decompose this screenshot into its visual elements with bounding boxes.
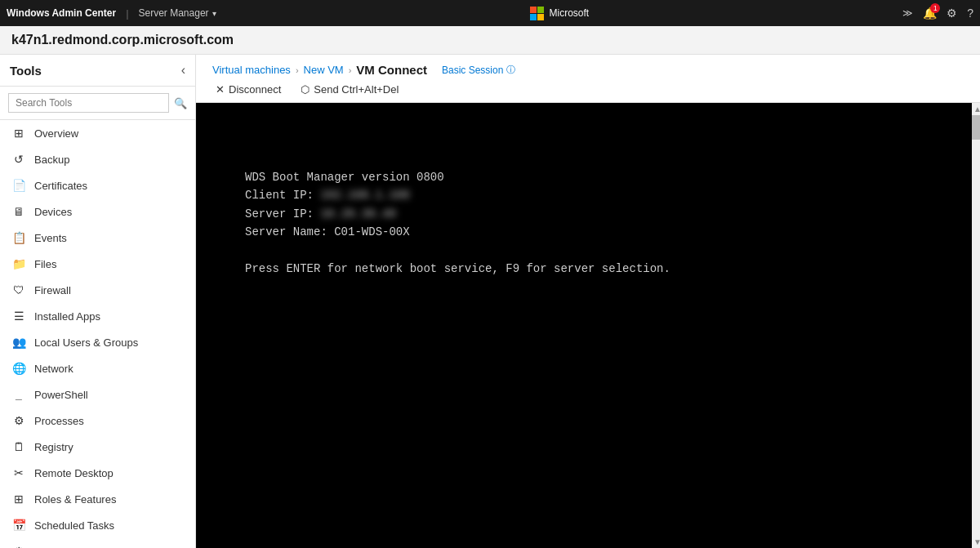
powershell-icon: _ [11, 387, 26, 402]
overview-icon: ⊞ [11, 126, 26, 140]
console-line-3: Server IP: 10.20.30.40 [245, 205, 670, 223]
services-icon: ⚙ [11, 544, 26, 548]
breadcrumb-current: VM Connect [356, 63, 427, 77]
sidebar-item-events[interactable]: 📋 Events [0, 225, 195, 251]
page-header: Virtual machines › New VM › VM Connect B… [196, 55, 980, 103]
sidebar-item-backup[interactable]: ↺ Backup [0, 146, 195, 172]
server-manager-label: Server Manager [139, 7, 209, 19]
local-users-icon: 👥 [11, 335, 26, 350]
vm-console-area[interactable]: WDS Boot Manager version 0800 Client IP:… [196, 103, 972, 548]
sidebar-item-overview[interactable]: ⊞ Overview [0, 120, 195, 146]
ms-logo-text: Microsoft [550, 7, 590, 19]
sidebar-item-registry[interactable]: 🗒 Registry [0, 434, 195, 460]
sidebar-item-services[interactable]: ⚙ Services [0, 538, 195, 548]
server-manager-menu[interactable]: Server Manager ▾ [139, 7, 216, 19]
sidebar-item-label: Certificates [34, 180, 87, 192]
expand-icon[interactable]: ≫ [902, 7, 913, 19]
backup-icon: ↺ [11, 152, 26, 167]
console-line-2: Client IP: 192.168.1.100 [245, 186, 670, 204]
top-bar-center: Microsoft [216, 7, 903, 20]
sidebar-item-certificates[interactable]: 📄 Certificates [0, 172, 195, 198]
scrollbar-down[interactable]: ▼ [972, 536, 980, 548]
sidebar-item-label: Network [34, 363, 74, 375]
console-line-6: Press ENTER for network boot service, F9… [245, 260, 670, 278]
sidebar: Tools ‹ 🔍 ⊞ Overview ↺ Backup 📄 Certific… [0, 55, 196, 548]
sidebar-item-label: Events [34, 232, 67, 244]
breadcrumb-arrow-2: › [349, 65, 352, 75]
server-ip-label: Server IP: [245, 207, 314, 221]
sidebar-item-powershell[interactable]: _ PowerShell [0, 381, 195, 408]
client-ip-label: Client IP: [245, 189, 314, 202]
sidebar-item-files[interactable]: 📁 Files [0, 251, 195, 277]
breadcrumb-virtual-machines[interactable]: Virtual machines [212, 64, 291, 76]
main-content: Virtual machines › New VM › VM Connect B… [196, 55, 980, 548]
send-ctrl-alt-del-button[interactable]: ⬡ Send Ctrl+Alt+Del [297, 82, 402, 97]
sidebar-item-roles-features[interactable]: ⊞ Roles & Features [0, 486, 195, 512]
ms-logo-blue [530, 14, 537, 20]
remote-desktop-icon: ✂ [11, 466, 26, 480]
ms-logo-grid [530, 7, 544, 20]
scrollbar-track [972, 115, 980, 536]
certificates-icon: 📄 [11, 178, 26, 193]
console-line-4: Server Name: C01-WDS-00X [245, 223, 670, 241]
sidebar-item-label: Local Users & Groups [34, 336, 138, 349]
sidebar-item-label: Remote Desktop [34, 467, 114, 479]
sidebar-collapse-button[interactable]: ‹ [181, 63, 185, 78]
sidebar-item-label: Processes [34, 415, 84, 427]
devices-icon: 🖥 [11, 204, 26, 219]
top-bar-right: ≫ 🔔 1 ⚙ ? [902, 7, 973, 20]
sidebar-item-processes[interactable]: ⚙ Processes [0, 408, 195, 434]
firewall-icon: 🛡 [11, 283, 26, 297]
sidebar-item-remote-desktop[interactable]: ✂ Remote Desktop [0, 460, 195, 486]
client-ip-value: 192.168.1.100 [320, 186, 409, 204]
breadcrumb-new-vm[interactable]: New VM [304, 64, 344, 76]
session-label[interactable]: Basic Session [442, 65, 503, 76]
help-icon[interactable]: ? [967, 7, 973, 20]
send-icon: ⬡ [301, 83, 310, 96]
server-ip-value: 10.20.30.40 [320, 205, 395, 223]
sidebar-item-installed-apps[interactable]: ☰ Installed Apps [0, 303, 195, 329]
console-line-5 [245, 242, 670, 260]
notification-icon[interactable]: 🔔 1 [923, 7, 937, 20]
sidebar-item-label: Installed Apps [34, 310, 100, 323]
network-icon: 🌐 [11, 361, 26, 376]
sidebar-item-firewall[interactable]: 🛡 Firewall [0, 277, 195, 303]
app-brand[interactable]: Windows Admin Center [7, 7, 116, 19]
server-title: k47n1.redmond.corp.microsoft.com [0, 26, 980, 55]
ms-logo-green [537, 7, 544, 13]
scrollbar-up[interactable]: ▲ [972, 103, 980, 115]
sidebar-nav: ⊞ Overview ↺ Backup 📄 Certificates 🖥 Dev… [0, 120, 195, 548]
sidebar-item-label: Overview [34, 127, 78, 140]
installed-apps-icon: ☰ [11, 309, 26, 323]
vm-console-text: WDS Boot Manager version 0800 Client IP:… [245, 168, 670, 278]
search-icon: 🔍 [174, 97, 187, 109]
disconnect-button[interactable]: ✕ Disconnect [212, 82, 284, 97]
scheduled-tasks-icon: 📅 [11, 518, 26, 532]
sidebar-item-label: Roles & Features [34, 493, 116, 506]
disconnect-label: Disconnect [229, 83, 281, 96]
files-icon: 📁 [11, 256, 26, 271]
sidebar-item-label: Devices [34, 206, 72, 218]
processes-icon: ⚙ [11, 413, 26, 428]
search-input[interactable] [8, 93, 169, 113]
sidebar-item-local-users[interactable]: 👥 Local Users & Groups [0, 329, 195, 355]
breadcrumb-session: Basic Session ⓘ [442, 64, 515, 76]
disconnect-icon: ✕ [216, 83, 225, 96]
top-bar: Windows Admin Center | Server Manager ▾ … [0, 0, 980, 26]
search-box: 🔍 [0, 87, 195, 120]
settings-icon[interactable]: ⚙ [947, 7, 957, 20]
ms-logo-yellow [537, 14, 544, 20]
roles-features-icon: ⊞ [11, 492, 26, 506]
top-bar-left: Windows Admin Center | Server Manager ▾ [7, 7, 216, 20]
scrollbar-thumb[interactable] [972, 115, 980, 140]
sidebar-item-network[interactable]: 🌐 Network [0, 355, 195, 381]
breadcrumb-arrow-1: › [296, 65, 299, 75]
sidebar-item-devices[interactable]: 🖥 Devices [0, 198, 195, 225]
sidebar-item-label: Scheduled Tasks [34, 519, 114, 532]
info-icon[interactable]: ⓘ [506, 64, 515, 76]
vm-display-wrapper: WDS Boot Manager version 0800 Client IP:… [196, 103, 980, 548]
breadcrumb: Virtual machines › New VM › VM Connect B… [212, 63, 964, 77]
content-area: Tools ‹ 🔍 ⊞ Overview ↺ Backup 📄 Certific… [0, 55, 980, 548]
sidebar-item-scheduled-tasks[interactable]: 📅 Scheduled Tasks [0, 512, 195, 538]
right-scrollbar[interactable]: ▲ ▼ [972, 103, 980, 548]
